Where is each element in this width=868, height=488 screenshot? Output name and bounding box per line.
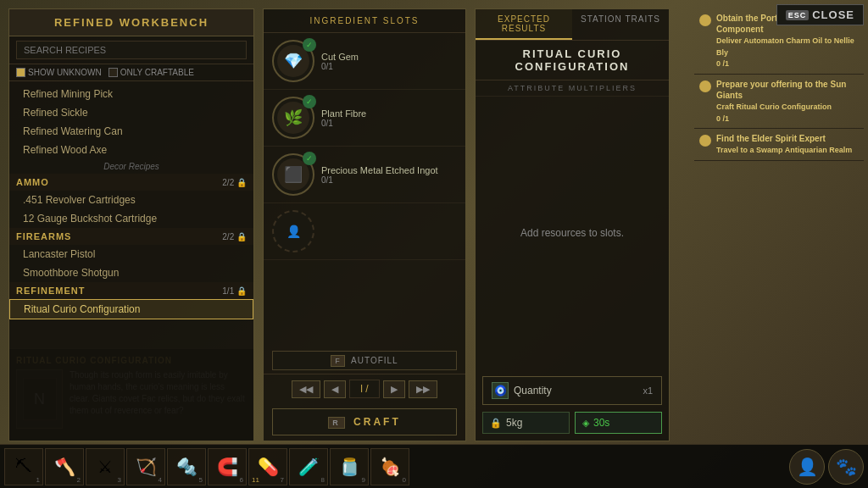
hotbar-num-8: 8 (321, 476, 325, 484)
recipe-item-ritual-curio[interactable]: Ritual Curio Configuration (9, 299, 253, 319)
quest-progress-1: Craft Ritual Curio Configuration (716, 103, 832, 111)
slot-count-plant-fibre: 0/1 (321, 119, 457, 128)
search-input[interactable] (16, 41, 247, 59)
ingredient-header: INGREDIENT SLOTS (264, 9, 465, 33)
slot-icon-plant-fibre: ✓ 🌿 (272, 97, 314, 139)
quest-progress-2: Travel to a Swamp Antiquarian Realm (716, 146, 852, 154)
hotbar-icon-1: ⛏ (15, 457, 32, 476)
quantity-label: Quantity (514, 385, 552, 396)
ammo-count: 2/2 🔒 (222, 178, 247, 187)
hotbar-num-4: 4 (159, 476, 162, 484)
decor-section-label: Decor Recipes (9, 159, 253, 174)
hotbar-slot-2[interactable]: 🪓 2 (45, 448, 84, 485)
craft-button[interactable]: R CRAFT (272, 408, 457, 435)
ingredient-panel: INGREDIENT SLOTS ✓ 💎 Cut Gem 0/1 ✓ 🌿 Pla… (263, 8, 466, 441)
hotbar-slot-8[interactable]: 🧪 8 (289, 448, 328, 485)
quantity-bar: 🧿 Quantity x1 (482, 376, 662, 405)
show-unknown-filter[interactable]: SHOW UNKNOWN (16, 68, 102, 77)
ingredient-slot-plant-fibre[interactable]: ✓ 🌿 Plant Fibre 0/1 (264, 90, 465, 147)
hotbar-num-0: 0 (403, 476, 406, 484)
quest-icon-2 (699, 135, 711, 147)
nav-next-btn[interactable]: ▶ (383, 380, 405, 398)
quest-icon-1 (699, 80, 711, 92)
recipe-item-12-gauge[interactable]: 12 Gauge Buckshot Cartridge (9, 209, 253, 228)
hotbar-num-7: 7 (281, 476, 284, 484)
results-tabs: EXPECTED RESULTS STATION TRAITS (476, 9, 669, 41)
recipe-item-refined-wood-axe[interactable]: Refined Wood Axe (9, 141, 253, 159)
ingredient-slot-container: ✓ 💎 Cut Gem 0/1 ✓ 🌿 Plant Fibre 0/1 ✓ (264, 33, 465, 347)
hotbar-num-5: 5 (199, 476, 203, 484)
hotbar-slot-6[interactable]: 🧲 6 (208, 448, 247, 485)
quantity-label-group: 🧿 Quantity (492, 382, 552, 399)
firearms-label: FIREARMS (16, 231, 71, 241)
weight-value: 5kg (506, 417, 522, 429)
quantity-icon: 🧿 (492, 382, 509, 399)
workbench-panel: REFINED WORKBENCH SHOW UNKNOWN ONLY CRAF… (8, 8, 254, 441)
hotbar-num-3: 3 (118, 476, 121, 484)
hotbar-icon-5: 🔩 (176, 457, 198, 477)
quest-count-1: 0 /1 (716, 114, 729, 123)
nav-prev-btn[interactable]: ◀ (324, 380, 346, 398)
autofill-button[interactable]: F AUTOFILL (272, 351, 457, 370)
quest-title-2: Find the Elder Spirit Expert (716, 134, 826, 143)
hotbar-num-9: 9 (362, 476, 365, 484)
only-craftable-filter[interactable]: ONLY CRAFTABLE (108, 68, 194, 77)
recipe-item-lancaster-pistol[interactable]: Lancaster Pistol (9, 245, 253, 263)
hotbar-slot-7[interactable]: 💊 11 7 (248, 448, 287, 485)
quest-text-2: Find the Elder Spirit Expert Travel to a… (716, 133, 852, 156)
craft-key-badge: R (328, 417, 345, 429)
hotbar-num-2: 2 (77, 476, 81, 484)
quest-count-0: 0 /1 (716, 59, 729, 68)
hotbar: ⛏ 1 🪓 2 ⚔ 3 🏹 4 🔩 5 🧲 6 💊 11 7 🧪 8 🫙 9 🍖… (0, 444, 868, 488)
hotbar-slot-0[interactable]: 🍖 0 (370, 448, 409, 485)
slot-icon-precious-metal: ✓ ⬛ (272, 153, 314, 196)
hotbar-slot-9[interactable]: 🫙 9 (330, 448, 369, 485)
hotbar-slot-4[interactable]: 🏹 4 (126, 448, 165, 485)
hotbar-right: 👤 🐾 (789, 449, 864, 485)
search-bar (9, 36, 253, 64)
recipe-list: Refined Mining Pick Refined Sickle Refin… (9, 81, 253, 441)
hotbar-icon-4: 🏹 (136, 457, 157, 477)
tab-station-traits[interactable]: STATION TRAITS (572, 9, 669, 40)
ingredient-slot-empty[interactable]: 👤 (264, 203, 465, 260)
close-button[interactable]: ESC CLOSE (776, 4, 864, 25)
slot-count-cut-gem: 0/1 (321, 62, 457, 71)
recipe-item-smoothbore-shotgun[interactable]: Smoothbore Shotgun (9, 263, 253, 282)
hotbar-icon-9: 🫙 (339, 457, 360, 477)
slot-count-precious-metal: 0/1 (321, 175, 457, 185)
quantity-value: x1 (643, 385, 653, 396)
hotbar-slot-1[interactable]: ⛏ 1 (4, 448, 43, 485)
show-unknown-checkbox[interactable] (16, 68, 25, 77)
stats-row: 🔒 5kg ◈ 30s (482, 412, 662, 434)
results-panel: EXPECTED RESULTS STATION TRAITS RITUAL C… (475, 8, 670, 441)
recipe-item-refined-watering-can[interactable]: Refined Watering Can (9, 122, 253, 141)
ingredient-slot-precious-metal[interactable]: ✓ ⬛ Precious Metal Etched Ingot 0/1 (264, 147, 465, 203)
only-craftable-checkbox[interactable] (108, 68, 118, 77)
hotbar-count-7: 11 (252, 476, 259, 484)
refinement-section-header: REFINEMENT 1/1 🔒 (9, 282, 253, 299)
slot-icon-empty: 👤 (272, 210, 314, 252)
craft-label: CRAFT (353, 416, 401, 428)
refinement-count: 1/1 🔒 (222, 286, 247, 296)
tab-expected-results[interactable]: EXPECTED RESULTS (476, 9, 572, 40)
hotbar-slot-3[interactable]: ⚔ 3 (86, 448, 125, 485)
nav-prev-prev-btn[interactable]: ◀◀ (292, 380, 320, 398)
filter-row: SHOW UNKNOWN ONLY CRAFTABLE (9, 64, 253, 81)
hotbar-num-1: 1 (36, 476, 40, 484)
ingredient-slot-cut-gem[interactable]: ✓ 💎 Cut Gem 0/1 (264, 33, 465, 90)
hotbar-icon-8: 🧪 (298, 457, 320, 477)
slot-check-plant-fibre: ✓ (303, 95, 316, 108)
recipe-item-451-revolver[interactable]: .451 Revolver Cartridges (9, 191, 253, 209)
recipe-item-refined-sickle[interactable]: Refined Sickle (9, 103, 253, 122)
slot-info-plant-fibre: Plant Fibre 0/1 (321, 108, 457, 128)
nav-next-next-btn[interactable]: ▶▶ (409, 380, 437, 398)
refinement-label: REFINEMENT (16, 286, 86, 296)
add-resources-text: Add resources to slots. (476, 97, 669, 369)
hotbar-slot-5[interactable]: 🔩 5 (167, 448, 206, 485)
weight-icon: 🔒 (490, 418, 502, 429)
quest-progress-0: Deliver Automaton Charm Oil to Nellie Bl… (716, 36, 854, 57)
slot-check-cut-gem: ✓ (303, 38, 316, 52)
recipe-item-refined-mining-pick[interactable]: Refined Mining Pick (9, 85, 253, 103)
time-icon: ◈ (582, 418, 589, 429)
time-value: 30s (593, 417, 609, 429)
